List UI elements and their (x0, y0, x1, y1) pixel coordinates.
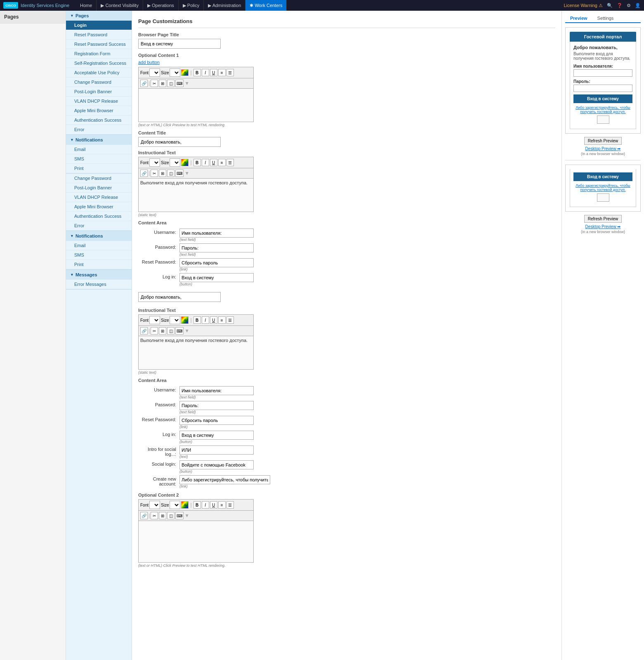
preview-register-link-1[interactable]: Либо зарегистрируйтесь, чтобы получить г… (573, 106, 632, 114)
create-account-field[interactable] (179, 475, 270, 484)
table-btn-1[interactable]: ⊞ (159, 80, 166, 87)
table-btn-4[interactable]: ⊞ (159, 512, 166, 519)
content-title-input[interactable] (138, 137, 221, 147)
refresh-preview-btn-2[interactable]: Refresh Preview (584, 215, 622, 223)
cut-btn-2[interactable]: ✂ (151, 170, 158, 177)
browser-page-title-input[interactable] (138, 39, 221, 49)
sidebar-item-print-1[interactable]: Print (66, 164, 132, 173)
source-btn-4[interactable]: ⌨ (175, 512, 184, 519)
link-btn-4[interactable]: 🔗 (140, 512, 148, 519)
font-color-btn-1[interactable]: A (181, 69, 189, 76)
instructional-text-body[interactable]: Выполните вход для получения гостевого д… (139, 179, 253, 212)
sidebar-section-messages-header[interactable]: ▼ Messages (66, 270, 132, 280)
sidebar-item-post-login-banner-2[interactable]: Post-Login Banner (66, 183, 132, 193)
bold-btn-2[interactable]: B (193, 159, 201, 166)
underline-btn-4[interactable]: U (210, 501, 217, 509)
add-button-link[interactable]: add button (138, 60, 160, 65)
content-title-2-input[interactable] (138, 292, 221, 302)
sidebar-item-sms-1[interactable]: SMS (66, 154, 132, 164)
link-btn-2[interactable]: 🔗 (140, 170, 148, 177)
sidebar-item-change-password[interactable]: Change Password (66, 78, 132, 87)
list-ordered-btn-4[interactable]: ☰ (226, 501, 234, 509)
link-btn-1[interactable]: 🔗 (140, 80, 148, 87)
sidebar-section-notifications-1-header[interactable]: ▼ Notifications (66, 135, 132, 145)
nav-policy[interactable]: ▶ Policy (179, 0, 204, 11)
italic-btn-3[interactable]: I (202, 316, 209, 324)
code-btn-4[interactable]: ◫ (167, 512, 175, 519)
code-btn-3[interactable]: ◫ (167, 327, 175, 335)
underline-btn-2[interactable]: U (210, 159, 217, 166)
sidebar-item-reset-password-success[interactable]: Reset Password Success (66, 40, 132, 49)
tab-settings[interactable]: Settings (592, 14, 619, 23)
table-btn-3[interactable]: ⊞ (159, 327, 166, 335)
settings-icon[interactable]: ⚙ (627, 3, 631, 8)
sidebar-item-change-password-2[interactable]: Change Password (66, 174, 132, 183)
sidebar-item-apple-mini-browser[interactable]: Apple Mini Browser (66, 106, 132, 116)
font-select-2[interactable] (149, 158, 160, 167)
list-ordered-btn-3[interactable]: ☰ (226, 316, 234, 324)
reset-password-field[interactable] (179, 258, 254, 267)
font-color-btn-3[interactable]: A (181, 316, 189, 324)
search-icon[interactable]: 🔍 (607, 3, 613, 8)
font-color-btn-4[interactable]: A (181, 501, 189, 509)
sidebar-item-email-2[interactable]: Email (66, 241, 132, 250)
sidebar-item-acceptable-use-policy[interactable]: Acceptable Use Policy (66, 68, 132, 78)
sidebar-item-authentication-success-2[interactable]: Authentication Success (66, 212, 132, 221)
sidebar-item-error[interactable]: Error (66, 125, 132, 134)
sidebar-item-reset-password[interactable]: Reset Password (66, 30, 132, 40)
source-btn-2[interactable]: ⌨ (175, 170, 184, 177)
optional-content-2-body[interactable] (139, 521, 253, 562)
italic-btn-1[interactable]: I (202, 69, 209, 76)
preview-login-btn-1[interactable]: Вход в систему (573, 94, 632, 103)
sidebar-item-email-1[interactable]: Email (66, 145, 132, 154)
help-icon[interactable]: ❓ (617, 3, 623, 8)
sidebar-item-vlan-dhcp-release-2[interactable]: VLAN DHCP Release (66, 193, 132, 202)
refresh-preview-btn-1[interactable]: Refresh Preview (584, 137, 622, 145)
nav-operations[interactable]: ▶ Operations (143, 0, 179, 11)
cut-btn-1[interactable]: ✂ (151, 80, 158, 87)
list-ordered-btn-2[interactable]: ☰ (226, 159, 234, 166)
sidebar-item-self-registration-success[interactable]: Self-Registration Success (66, 59, 132, 68)
bold-btn-1[interactable]: B (193, 69, 201, 76)
nav-work-centers[interactable]: ✱ Work Centers (245, 0, 287, 11)
social-intro-field[interactable] (179, 446, 254, 455)
instructional-text-2-body[interactable]: Выполните вход для получения гостевого д… (139, 336, 253, 369)
source-btn-3[interactable]: ⌨ (175, 327, 184, 335)
optional-content-1-body[interactable] (139, 89, 253, 122)
password-field[interactable] (179, 243, 254, 252)
preview-register-link-2[interactable]: Либо зарегистрируйтесь, чтобы получить г… (573, 184, 632, 192)
sidebar-item-login[interactable]: Login (66, 21, 132, 30)
list-btn-1[interactable]: ≡ (218, 69, 226, 76)
underline-btn-3[interactable]: U (210, 316, 217, 324)
reset-password-field-2[interactable] (179, 416, 254, 425)
nav-context-visibility[interactable]: ▶ Context Visibility (97, 0, 143, 11)
sidebar-item-authentication-success[interactable]: Authentication Success (66, 116, 132, 125)
bold-btn-3[interactable]: B (193, 316, 201, 324)
sidebar-item-post-login-banner[interactable]: Post-Login Banner (66, 87, 132, 97)
preview-username-input-1[interactable] (573, 69, 632, 77)
source-btn-1[interactable]: ⌨ (175, 80, 184, 87)
font-select-3[interactable] (149, 316, 160, 324)
sidebar-item-print-2[interactable]: Print (66, 260, 132, 269)
cut-btn-3[interactable]: ✂ (151, 327, 158, 335)
italic-btn-4[interactable]: I (202, 501, 209, 509)
font-select-4[interactable] (149, 501, 160, 509)
username-field-2[interactable] (179, 386, 254, 395)
list-btn-2[interactable]: ≡ (218, 159, 226, 166)
code-btn-1[interactable]: ◫ (167, 80, 175, 87)
sidebar-section-notifications-2-header[interactable]: ▼ Notifications (66, 231, 132, 241)
code-btn-2[interactable]: ◫ (167, 170, 175, 177)
preview-password-input-1[interactable] (573, 85, 632, 92)
login-field-2[interactable] (179, 431, 254, 440)
list-ordered-btn-1[interactable]: ☰ (226, 69, 234, 76)
sidebar-item-error-messages[interactable]: Error Messages (66, 280, 132, 289)
link-btn-3[interactable]: 🔗 (140, 327, 148, 335)
font-select-1[interactable] (149, 68, 160, 77)
size-select-4[interactable] (170, 501, 180, 509)
preview-login-btn-2[interactable]: Вход в систему (573, 172, 632, 181)
sidebar-item-registration-form[interactable]: Registration Form (66, 49, 132, 59)
size-select-2[interactable] (170, 158, 180, 167)
bold-btn-4[interactable]: B (193, 501, 201, 509)
tab-preview[interactable]: Preview (565, 14, 592, 23)
list-btn-3[interactable]: ≡ (218, 316, 226, 324)
